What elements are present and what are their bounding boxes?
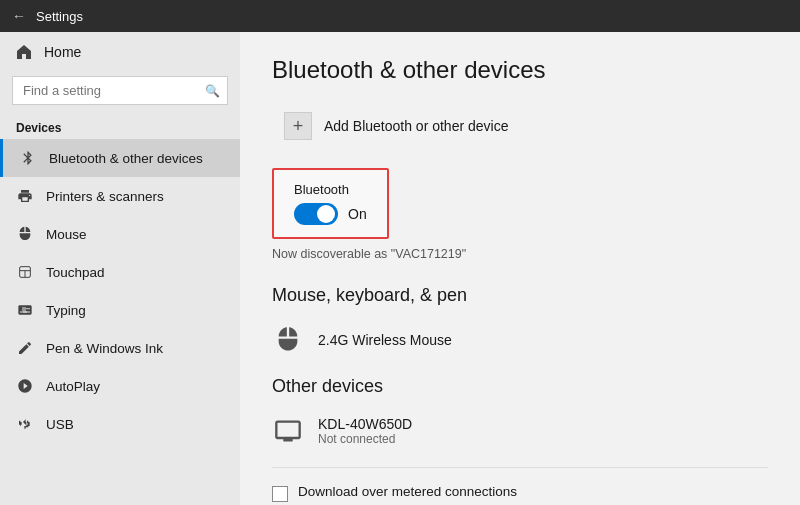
sidebar-item-home[interactable]: Home xyxy=(0,32,240,72)
bluetooth-card: Bluetooth On xyxy=(272,168,389,239)
sidebar-item-autoplay[interactable]: AutoPlay xyxy=(0,367,240,405)
page-title: Bluetooth & other devices xyxy=(272,56,768,84)
discoverable-text: Now discoverable as "VAC171219" xyxy=(272,247,768,261)
tv-device-status: Not connected xyxy=(318,432,412,446)
titlebar-title: Settings xyxy=(36,9,83,24)
search-icon: 🔍 xyxy=(205,84,220,98)
back-button[interactable]: ← xyxy=(12,8,26,24)
download-checkbox-content: Download over metered connections To hel… xyxy=(298,484,768,505)
titlebar: ← Settings xyxy=(0,0,800,32)
sidebar-usb-label: USB xyxy=(46,417,74,432)
usb-icon xyxy=(16,415,34,433)
download-checkbox-label: Download over metered connections xyxy=(298,484,768,499)
sidebar-item-mouse[interactable]: Mouse xyxy=(0,215,240,253)
mouse-section-header: Mouse, keyboard, & pen xyxy=(272,285,768,306)
bluetooth-label: Bluetooth xyxy=(294,182,367,197)
mouse-icon xyxy=(16,225,34,243)
content-area: Bluetooth & other devices + Add Bluetoot… xyxy=(240,32,800,505)
sidebar-mouse-label: Mouse xyxy=(46,227,87,242)
bluetooth-toggle[interactable] xyxy=(294,203,338,225)
sidebar-item-touchpad[interactable]: Touchpad xyxy=(0,253,240,291)
add-device-label: Add Bluetooth or other device xyxy=(324,118,508,134)
tv-device-name: KDL-40W650D xyxy=(318,416,412,432)
mouse-device-name: 2.4G Wireless Mouse xyxy=(318,332,452,348)
add-device-button[interactable]: + Add Bluetooth or other device xyxy=(272,104,520,148)
home-icon xyxy=(16,44,32,60)
tv-device-icon xyxy=(272,415,304,447)
add-icon: + xyxy=(284,112,312,140)
tv-device-row: KDL-40W650D Not connected xyxy=(272,409,768,459)
printer-icon xyxy=(16,187,34,205)
sidebar-item-pen[interactable]: Pen & Windows Ink xyxy=(0,329,240,367)
sidebar-search-container: 🔍 xyxy=(12,76,228,105)
autoplay-icon xyxy=(16,377,34,395)
sidebar-autoplay-label: AutoPlay xyxy=(46,379,100,394)
sidebar-pen-label: Pen & Windows Ink xyxy=(46,341,163,356)
sidebar-item-printers[interactable]: Printers & scanners xyxy=(0,177,240,215)
sidebar-typing-label: Typing xyxy=(46,303,86,318)
sidebar-home-label: Home xyxy=(44,44,81,60)
mouse-device-info: 2.4G Wireless Mouse xyxy=(318,332,452,348)
download-checkbox[interactable] xyxy=(272,486,288,502)
sidebar-item-typing[interactable]: Typing xyxy=(0,291,240,329)
search-input[interactable] xyxy=(12,76,228,105)
main-layout: Home 🔍 Devices Bluetooth & other devices xyxy=(0,32,800,505)
other-section-header: Other devices xyxy=(272,376,768,397)
pen-icon xyxy=(16,339,34,357)
touchpad-icon xyxy=(16,263,34,281)
mouse-device-row: 2.4G Wireless Mouse xyxy=(272,318,768,368)
bluetooth-toggle-row: On xyxy=(294,203,367,225)
toggle-state-label: On xyxy=(348,206,367,222)
sidebar-touchpad-label: Touchpad xyxy=(46,265,105,280)
download-checkbox-row: Download over metered connections To hel… xyxy=(272,467,768,505)
bluetooth-icon xyxy=(19,149,37,167)
sidebar-item-usb[interactable]: USB xyxy=(0,405,240,443)
toggle-knob xyxy=(317,205,335,223)
tv-device-info: KDL-40W650D Not connected xyxy=(318,416,412,446)
typing-icon xyxy=(16,301,34,319)
mouse-device-icon xyxy=(272,324,304,356)
sidebar-printers-label: Printers & scanners xyxy=(46,189,164,204)
sidebar-section-label: Devices xyxy=(0,115,240,139)
sidebar-bluetooth-label: Bluetooth & other devices xyxy=(49,151,203,166)
sidebar-item-bluetooth[interactable]: Bluetooth & other devices xyxy=(0,139,240,177)
sidebar: Home 🔍 Devices Bluetooth & other devices xyxy=(0,32,240,505)
